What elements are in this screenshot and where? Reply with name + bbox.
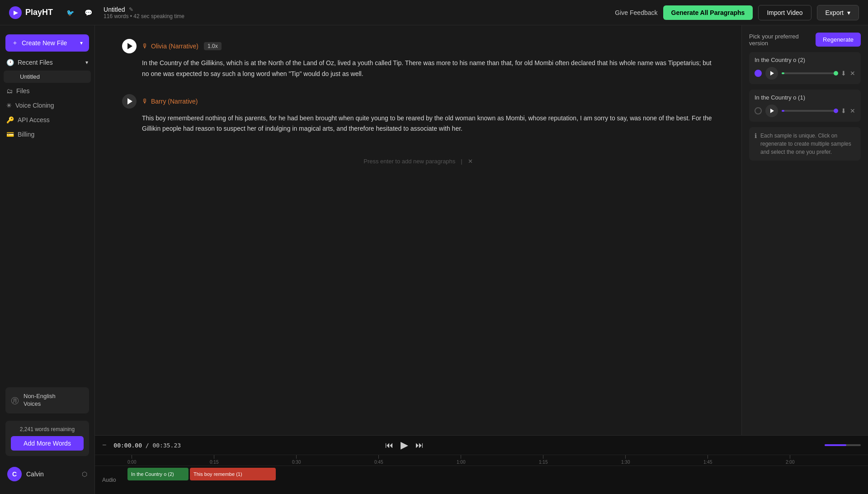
paragraph-1-header: 🎙 Olivia (Narrative) 1.0x [122, 39, 714, 53]
sidebar-item-voice-cloning[interactable]: ✳ Voice Cloning [0, 98, 94, 113]
version-1-controls: ⬇ ✕ [755, 104, 855, 117]
sidebar-item-files[interactable]: 🗂 Files [0, 84, 94, 98]
chevron-down-icon: ▾ [80, 40, 83, 46]
key-icon: 🔑 [6, 116, 14, 124]
timeline-tick: 0:45 [374, 455, 383, 465]
chevron-down-icon: ▾ [847, 9, 850, 16]
version-2-radio[interactable] [755, 70, 762, 77]
paragraph-1-text[interactable]: In the Country of the Gillikins, which i… [122, 58, 714, 80]
regen-panel: Pick your preferred version Regenerate I… [741, 25, 868, 435]
main-layout: ＋ Create New File ▾ 🕐 Recent Files ▾ Unt… [0, 25, 868, 494]
editor-regen-row: 🎙 Olivia (Narrative) 1.0x In the Country… [95, 25, 868, 435]
paragraph-2: 🎙 Barry (Narrative) This boy remembered … [122, 94, 714, 135]
clip-2[interactable]: This boy remembe (1) [190, 468, 276, 480]
version-2-play-button[interactable] [765, 67, 778, 80]
clock-icon: 🕐 [6, 59, 14, 66]
paragraph-2-voice-label[interactable]: 🎙 Barry (Narrative) [142, 98, 198, 105]
play-pause-button[interactable]: ▶ [401, 439, 408, 451]
skip-forward-button[interactable]: ⏭ [415, 441, 424, 450]
regenerate-button[interactable]: Regenerate [816, 33, 861, 47]
speed-badge[interactable]: 1.0x [204, 42, 222, 50]
download-icon[interactable]: ⬇ [841, 107, 846, 114]
play-icon [127, 43, 132, 49]
audio-track-area: In the Country o (2) This boy remembe (1… [127, 466, 868, 494]
paragraph-2-header: 🎙 Barry (Narrative) [122, 94, 714, 109]
version-2-item: In the Country o (2) ⬇ ✕ [749, 52, 861, 84]
skip-back-button[interactable]: ⏮ [385, 441, 393, 450]
sidebar-item-api-access[interactable]: 🔑 API Access [0, 113, 94, 127]
version-1-radio[interactable] [755, 107, 762, 114]
sidebar: ＋ Create New File ▾ 🕐 Recent Files ▾ Unt… [0, 25, 95, 494]
volume-control [825, 444, 861, 446]
add-more-words-button[interactable]: Add More Words [11, 436, 84, 451]
play-icon [770, 109, 774, 113]
timeline-tracks: Audio In the Country o (2) This boy reme… [95, 466, 868, 494]
version-2-controls: ⬇ ✕ [755, 67, 855, 80]
user-profile: C Calvin ⬡ [5, 463, 89, 485]
plus-icon: ＋ [12, 39, 18, 47]
words-count: 2,241 words remaining [11, 426, 84, 432]
file-meta: 116 words • 42 sec speaking time [104, 13, 184, 19]
version-2-progress[interactable] [782, 72, 837, 74]
social-icons: 🐦 💬 [64, 6, 94, 19]
sidebar-item-billing[interactable]: 💳 Billing [0, 127, 94, 142]
discord-icon[interactable]: 💬 [82, 6, 94, 19]
timeline-tick: 1:15 [539, 455, 547, 465]
file-title: Untitled [104, 6, 125, 13]
export-button[interactable]: Export ▾ [817, 5, 859, 20]
import-video-button[interactable]: Import Video [758, 5, 811, 20]
generate-all-button[interactable]: Generate All Paragraphs [663, 5, 753, 20]
paragraph-2-text[interactable]: This boy remembered nothing of his paren… [122, 113, 714, 135]
file-title-row: Untitled ✎ [104, 6, 133, 13]
topbar-actions: Give Feedback Generate All Paragraphs Im… [615, 5, 859, 20]
give-feedback-button[interactable]: Give Feedback [615, 9, 657, 16]
version-2-close-button[interactable]: ✕ [850, 70, 855, 77]
volume-slider[interactable] [825, 444, 861, 446]
press-enter-bar: Press enter to add new paragraphs | ✕ [122, 149, 714, 174]
play-icon [770, 71, 774, 76]
clip-1[interactable]: In the Country o (2) [127, 468, 189, 480]
version-1-play-button[interactable] [765, 104, 778, 117]
voice-icon: 🎙 [142, 98, 148, 105]
version-1-title: In the Country o (1) [755, 94, 855, 101]
timeline-center-controls: ⏮ ▶ ⏭ [385, 439, 424, 451]
create-new-file-button[interactable]: ＋ Create New File ▾ [5, 34, 89, 52]
download-icon[interactable]: ⬇ [841, 70, 846, 77]
twitter-icon[interactable]: 🐦 [64, 6, 76, 19]
version-1-close-button[interactable]: ✕ [850, 107, 855, 114]
words-remaining-panel: 2,241 words remaining Add More Words [5, 421, 89, 456]
paragraph-1: 🎙 Olivia (Narrative) 1.0x In the Country… [122, 39, 714, 80]
user-name: Calvin [26, 470, 77, 478]
edit-icon[interactable]: ✎ [129, 6, 133, 13]
timeline-tick: 1:30 [621, 455, 630, 465]
editor-area: 🎙 Olivia (Narrative) 1.0x In the Country… [95, 25, 741, 435]
paragraph-2-play-button[interactable] [122, 94, 137, 109]
timeline-tick: 0:15 [210, 455, 218, 465]
zoom-out-button[interactable]: − [102, 441, 106, 449]
close-press-enter-button[interactable]: ✕ [468, 158, 473, 165]
audio-track-label: Audio [95, 466, 127, 494]
content-area: 🎙 Olivia (Narrative) 1.0x In the Country… [95, 25, 868, 494]
mic-icon: ✳ [6, 102, 12, 109]
timeline-tick: 0:00 [127, 455, 136, 465]
logo-text: PlayHT [25, 8, 53, 17]
non-english-voices[interactable]: ㊊ Non-English Voices [5, 387, 89, 413]
topbar-center: Untitled ✎ 116 words • 42 sec speaking t… [104, 6, 615, 19]
recent-files-header[interactable]: 🕐 Recent Files ▾ [0, 55, 94, 70]
paragraph-1-play-button[interactable] [122, 39, 137, 53]
user-export-icon[interactable]: ⬡ [82, 470, 87, 478]
timeline: − 00:00.00 / 00:35.23 ⏮ ▶ ⏭ [95, 435, 868, 494]
version-1-progress[interactable] [782, 110, 837, 112]
timeline-ruler: 0:000:150:300:451:001:151:301:452:002:15 [95, 455, 868, 466]
timeline-tick: 2:00 [786, 455, 794, 465]
logo: ▶ PlayHT [9, 6, 53, 19]
timeline-tick: 0:30 [292, 455, 301, 465]
paragraph-1-voice-label[interactable]: 🎙 Olivia (Narrative) [142, 43, 198, 50]
version-2-title: In the Country o (2) [755, 57, 855, 63]
billing-icon: 💳 [6, 131, 14, 138]
regen-info-text: Each sample is unique. Click on regenera… [760, 132, 855, 156]
regen-info: ℹ Each sample is unique. Click on regene… [749, 127, 861, 161]
timeline-tick: 1:00 [457, 455, 465, 465]
translate-icon: ㊊ [11, 395, 19, 406]
recent-file-untitled[interactable]: Untitled [4, 71, 91, 83]
